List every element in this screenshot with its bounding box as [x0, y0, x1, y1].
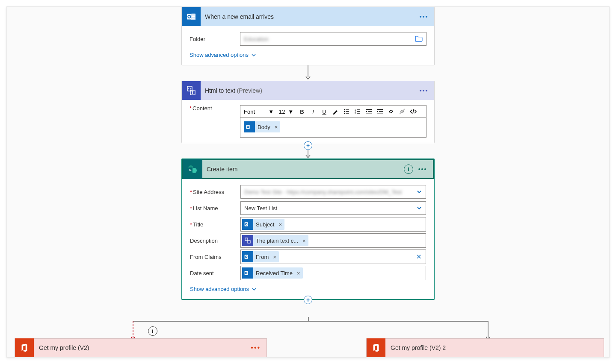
bold-button[interactable]: B — [297, 106, 307, 117]
site-address-label: Site Address — [190, 189, 240, 195]
link-button[interactable] — [386, 106, 396, 117]
chevron-down-icon — [416, 205, 422, 211]
step-menu-button[interactable]: ••• — [417, 166, 429, 173]
date-sent-input[interactable]: Received Time × — [240, 266, 426, 280]
svg-rect-16 — [357, 109, 360, 110]
outlook-icon — [242, 251, 253, 262]
svg-rect-38 — [248, 241, 250, 243]
svg-point-9 — [344, 109, 345, 110]
unlink-button[interactable] — [397, 106, 407, 117]
outlook-icon — [242, 267, 253, 279]
content-input[interactable]: Body × — [240, 118, 426, 138]
svg-rect-35 — [245, 222, 248, 226]
add-action-button[interactable]: + — [304, 296, 312, 304]
step-menu-button[interactable]: ••• — [245, 344, 267, 352]
svg-rect-28 — [246, 125, 250, 129]
code-view-button[interactable] — [408, 106, 418, 117]
show-advanced-toggle[interactable]: Show advanced options — [190, 47, 426, 61]
description-label: Description — [190, 238, 240, 244]
folder-picker-icon[interactable] — [415, 36, 423, 42]
office-icon — [15, 338, 34, 357]
from-claims-label: From Claims — [190, 254, 240, 260]
connector-arrow: + — [181, 300, 435, 308]
remove-token-button[interactable]: × — [294, 270, 303, 276]
indent-button[interactable] — [375, 106, 385, 117]
svg-rect-12 — [346, 111, 349, 112]
svg-rect-37 — [245, 238, 248, 241]
step-title: Create item — [202, 166, 404, 173]
outdent-button[interactable] — [364, 106, 374, 117]
chevron-down-icon — [416, 189, 422, 195]
step-create-item: S Create item i ••• Site Address Demo Te… — [181, 159, 435, 300]
folder-input[interactable]: Education — [240, 32, 426, 46]
title-input[interactable]: Subject × — [240, 217, 426, 232]
highlight-button[interactable] — [330, 106, 341, 117]
remove-token-button[interactable]: × — [270, 254, 279, 260]
remove-token-button[interactable]: × — [300, 238, 308, 244]
step-header[interactable]: S Create item i ••• — [182, 159, 434, 179]
flow-canvas: When a new email arrives ••• Folder Educ… — [6, 6, 610, 358]
svg-rect-23 — [366, 113, 372, 113]
font-family-select[interactable]: Font▼ — [242, 106, 276, 117]
step-menu-button[interactable]: ••• — [418, 87, 430, 94]
svg-rect-18 — [357, 111, 360, 112]
svg-rect-14 — [346, 113, 349, 113]
number-list-button[interactable]: 123 — [352, 106, 363, 117]
step-html-to-text: Html to text (Preview) ••• Content Font▼… — [181, 81, 435, 143]
svg-rect-26 — [377, 113, 383, 113]
underline-button[interactable]: U — [319, 106, 329, 117]
svg-rect-4 — [192, 16, 195, 17]
outlook-icon — [244, 121, 255, 132]
svg-rect-3 — [192, 15, 195, 15]
dynamic-token-received-time[interactable]: Received Time × — [242, 267, 303, 279]
clear-field-button[interactable]: ✕ — [414, 253, 424, 261]
list-name-label: List Name — [190, 205, 240, 211]
content-label: Content — [190, 105, 240, 112]
dynamic-token-body[interactable]: Body × — [244, 121, 280, 132]
svg-rect-39 — [245, 255, 248, 258]
svg-line-27 — [400, 109, 405, 114]
outlook-icon — [182, 7, 201, 26]
svg-rect-21 — [366, 109, 372, 110]
svg-rect-20 — [357, 113, 360, 113]
list-name-select[interactable]: New Test List — [240, 201, 426, 215]
remove-token-button[interactable]: × — [276, 221, 284, 228]
step-header[interactable]: Html to text (Preview) ••• — [182, 81, 434, 100]
outlook-icon — [242, 219, 253, 230]
bullet-list-button[interactable] — [341, 106, 352, 117]
title-label: Title — [190, 221, 240, 228]
step-menu-button[interactable]: ••• — [418, 13, 430, 20]
branch-step-get-profile-2[interactable]: Get my profile (V2) 2 — [366, 338, 604, 357]
svg-rect-25 — [379, 111, 383, 112]
step-header[interactable]: When a new email arrives ••• — [182, 7, 434, 26]
dynamic-token-subject[interactable]: Subject × — [242, 219, 284, 230]
add-action-button[interactable]: + — [304, 141, 312, 150]
step-title: Html to text (Preview) — [201, 87, 418, 94]
rich-text-toolbar: Font▼ 12▼ B I U 123 — [240, 105, 426, 118]
svg-point-11 — [344, 111, 345, 112]
site-address-select[interactable]: Demo Test Site - https://company.sharepo… — [240, 185, 426, 199]
show-advanced-toggle[interactable]: Show advanced options — [190, 282, 426, 295]
description-input[interactable]: The plain text c... × — [240, 233, 426, 248]
dynamic-token-from[interactable]: From × — [242, 251, 279, 262]
branch-title: Get my profile (V2) — [34, 344, 245, 351]
date-sent-label: Date sent — [190, 270, 240, 276]
branch-step-get-profile-1[interactable]: Get my profile (V2) ••• — [15, 338, 267, 357]
from-claims-input[interactable]: From × ✕ — [240, 250, 426, 264]
svg-rect-5 — [192, 18, 195, 19]
folder-label: Folder — [190, 36, 240, 42]
italic-button[interactable]: I — [308, 106, 318, 117]
html-to-text-icon — [242, 235, 253, 246]
info-icon[interactable]: i — [404, 164, 413, 174]
svg-rect-41 — [245, 271, 248, 275]
connector-arrow — [181, 65, 435, 81]
remove-token-button[interactable]: × — [272, 124, 281, 130]
svg-rect-10 — [346, 109, 349, 110]
branch-title: Get my profile (V2) 2 — [385, 344, 604, 351]
svg-rect-22 — [368, 111, 372, 112]
svg-text:S: S — [189, 168, 192, 172]
connector-arrow: + — [181, 143, 435, 159]
font-size-select[interactable]: 12▼ — [277, 106, 296, 117]
dynamic-token-plaintext[interactable]: The plain text c... × — [242, 235, 308, 246]
step-email-trigger: When a new email arrives ••• Folder Educ… — [181, 7, 435, 65]
